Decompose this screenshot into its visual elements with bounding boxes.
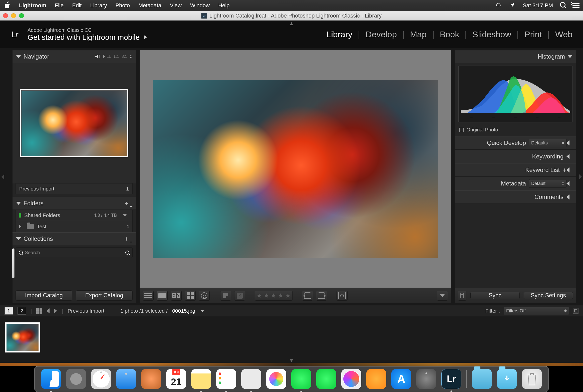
dock-messages-icon[interactable] bbox=[291, 369, 311, 389]
menu-edit[interactable]: Edit bbox=[72, 2, 82, 9]
window-zoom-button[interactable] bbox=[19, 13, 24, 18]
scrollbar-thumb[interactable] bbox=[13, 248, 15, 278]
chevron-right-icon[interactable] bbox=[144, 35, 147, 40]
histogram-region[interactable]: – bbox=[536, 115, 539, 120]
sync-settings-button[interactable]: Sync Settings bbox=[524, 292, 573, 299]
dock-mail-icon[interactable] bbox=[116, 369, 136, 389]
histogram-region[interactable]: – bbox=[514, 115, 517, 120]
menu-window[interactable]: Window bbox=[190, 2, 210, 9]
catalog-previous-import-row[interactable]: Previous Import 1 bbox=[16, 183, 133, 194]
window-minimize-button[interactable] bbox=[11, 13, 16, 18]
dock-ibooks-icon[interactable] bbox=[366, 369, 386, 389]
keywording-header[interactable]: Keywording bbox=[455, 150, 576, 163]
chevron-down-icon[interactable] bbox=[123, 214, 127, 217]
loupe-view-button[interactable] bbox=[157, 291, 168, 301]
rotate-ccw-button[interactable] bbox=[302, 291, 313, 301]
dock-app-icon[interactable] bbox=[141, 369, 161, 389]
dock-safari-icon[interactable] bbox=[91, 369, 111, 389]
module-slideshow[interactable]: Slideshow bbox=[472, 30, 511, 39]
add-folder-button[interactable]: + bbox=[123, 200, 130, 207]
menu-file[interactable]: File bbox=[55, 2, 64, 9]
jump-to-grid-icon[interactable] bbox=[36, 308, 42, 314]
auto-sync-toggle[interactable] bbox=[458, 291, 466, 301]
quick-develop-preset-select[interactable]: Defaults bbox=[529, 139, 566, 147]
metadata-header[interactable]: Default Metadata bbox=[455, 177, 576, 190]
left-panel-toggle[interactable] bbox=[0, 48, 6, 305]
rotate-cw-button[interactable] bbox=[316, 291, 327, 301]
dock-itunes-icon[interactable] bbox=[341, 369, 361, 389]
toolbar-options-button[interactable] bbox=[437, 291, 448, 301]
filter-lock-icon[interactable] bbox=[573, 308, 578, 314]
menu-metadata[interactable]: Metadata bbox=[138, 2, 161, 9]
dock-photos-icon[interactable] bbox=[266, 369, 286, 389]
dock-launchpad-icon[interactable] bbox=[66, 369, 86, 389]
right-panel-toggle[interactable] bbox=[577, 48, 583, 305]
dock-settings-icon[interactable] bbox=[416, 369, 436, 389]
monitor-1-button[interactable]: 1 bbox=[5, 307, 13, 315]
zoom-1to1[interactable]: 1:1 bbox=[114, 54, 119, 59]
collections-header[interactable]: Collections + bbox=[13, 232, 136, 245]
sync-button[interactable]: Sync bbox=[470, 292, 520, 299]
dock-app-icon[interactable] bbox=[241, 369, 261, 389]
dock-folder-icon[interactable] bbox=[472, 369, 492, 389]
rating-stars[interactable]: ★ ★ ★ ★ ★ bbox=[255, 291, 293, 301]
apple-menu-icon[interactable] bbox=[4, 1, 11, 10]
monitor-2-button[interactable]: 2 bbox=[18, 307, 26, 315]
comments-header[interactable]: Comments bbox=[455, 190, 576, 204]
zoom-3to1[interactable]: 3:1 bbox=[122, 54, 127, 59]
grid-view-button[interactable] bbox=[143, 291, 154, 301]
add-keyword-button[interactable]: + bbox=[563, 166, 566, 174]
module-develop[interactable]: Develop bbox=[366, 30, 397, 39]
keyword-list-header[interactable]: + Keyword List bbox=[455, 163, 576, 177]
filmstrip-thumbnails[interactable] bbox=[0, 316, 583, 358]
histogram-region[interactable]: – bbox=[492, 115, 495, 120]
volume-row[interactable]: Shared Folders 4.3 / 4.4 TB bbox=[16, 210, 133, 221]
metadata-preset-select[interactable]: Default bbox=[529, 179, 566, 188]
dock-calendar-icon[interactable]: OCT 21 bbox=[166, 369, 186, 389]
target-collection-button[interactable] bbox=[337, 291, 348, 301]
zoom-fit[interactable]: FIT bbox=[94, 54, 100, 59]
menu-help[interactable]: Help bbox=[218, 2, 229, 9]
folder-row[interactable]: Test 1 bbox=[16, 221, 133, 232]
folders-header[interactable]: Folders + bbox=[13, 197, 136, 210]
flag-picked-button[interactable] bbox=[220, 291, 231, 301]
export-catalog-button[interactable]: Export Catalog bbox=[76, 290, 133, 301]
survey-view-button[interactable] bbox=[185, 291, 196, 301]
dock-facetime-icon[interactable] bbox=[316, 369, 336, 389]
histogram-header[interactable]: Histogram bbox=[455, 50, 576, 63]
menubar-app-name[interactable]: Lightroom bbox=[19, 2, 46, 9]
people-view-button[interactable] bbox=[199, 291, 210, 301]
navigator-preview[interactable] bbox=[13, 63, 136, 183]
module-library[interactable]: Library bbox=[326, 30, 352, 39]
filmstrip-source[interactable]: Previous Import bbox=[68, 308, 104, 314]
original-photo-checkbox[interactable] bbox=[459, 128, 464, 132]
top-panel-toggle-icon[interactable]: ▲ bbox=[289, 20, 294, 23]
filter-icon[interactable] bbox=[125, 251, 129, 255]
dock-trash-icon[interactable] bbox=[522, 369, 542, 389]
send-arrow-icon[interactable] bbox=[509, 2, 516, 10]
collections-search[interactable]: Search bbox=[16, 247, 133, 258]
dock-finder-icon[interactable] bbox=[41, 369, 61, 389]
filter-select[interactable]: Filters Off bbox=[504, 307, 569, 315]
module-map[interactable]: Map bbox=[410, 30, 427, 39]
chevron-down-icon[interactable] bbox=[201, 310, 204, 312]
navigator-header[interactable]: Navigator FIT FILL 1:1 3:1 bbox=[13, 50, 136, 63]
control-center-icon[interactable] bbox=[572, 3, 579, 8]
histogram-region[interactable]: – bbox=[470, 115, 473, 120]
identity-line2[interactable]: Get started with Lightroom mobile bbox=[28, 33, 140, 42]
zoom-fill[interactable]: FILL bbox=[103, 54, 111, 59]
go-back-button[interactable] bbox=[47, 308, 50, 313]
thumbnail[interactable] bbox=[5, 322, 40, 352]
chevron-right-icon[interactable] bbox=[19, 225, 21, 228]
menu-photo[interactable]: Photo bbox=[115, 2, 130, 9]
module-print[interactable]: Print bbox=[524, 30, 542, 39]
compare-view-button[interactable]: XY bbox=[171, 291, 182, 301]
flag-rejected-button[interactable]: ✕ bbox=[234, 291, 245, 301]
zoom-stepper[interactable] bbox=[130, 55, 132, 58]
import-catalog-button[interactable]: Import Catalog bbox=[16, 290, 72, 301]
loupe-view[interactable] bbox=[140, 50, 451, 288]
dock-notes-icon[interactable] bbox=[191, 369, 211, 389]
module-web[interactable]: Web bbox=[555, 30, 572, 39]
menu-library[interactable]: Library bbox=[90, 2, 107, 9]
quick-develop-header[interactable]: Defaults Quick Develop bbox=[455, 136, 576, 150]
